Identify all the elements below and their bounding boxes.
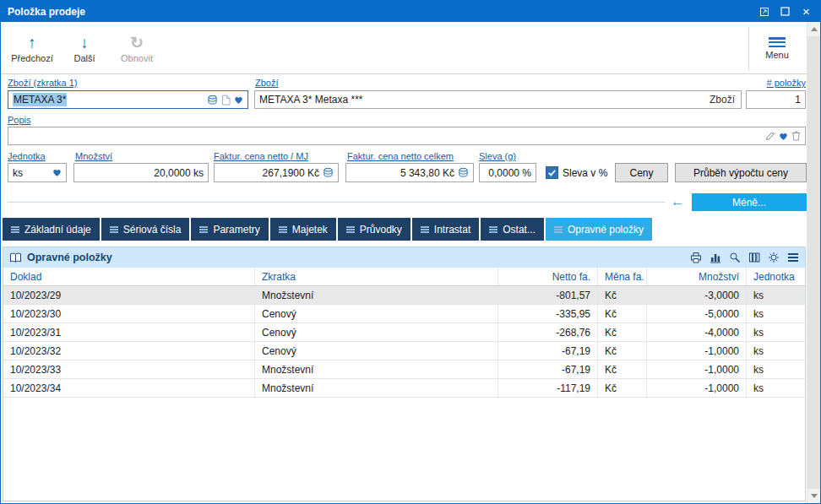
search-icon[interactable]	[729, 252, 741, 263]
close-button[interactable]: ×	[796, 3, 817, 19]
menu-label: Menu	[765, 50, 789, 60]
next-label: Další	[73, 53, 95, 63]
discount-percent-checkbox[interactable]	[546, 166, 558, 179]
close-icon: ×	[802, 5, 810, 18]
opravne-polozky-panel: Opravné položky	[3, 247, 806, 501]
scroll-up-icon[interactable]	[811, 27, 818, 31]
cell-netto: -67,19	[498, 342, 598, 360]
cell-zkratka: Cenový	[255, 342, 498, 360]
tab-majetek[interactable]: Majetek	[270, 218, 336, 241]
tab-label: Sériová čísla	[123, 224, 182, 236]
tab-parametry[interactable]: Parametry	[191, 218, 268, 241]
next-button[interactable]: ↓ Další	[58, 25, 111, 72]
maximize-button[interactable]	[775, 3, 796, 19]
pencil-icon[interactable]	[765, 131, 775, 141]
favorites-icon[interactable]	[234, 95, 243, 105]
coins-icon[interactable]	[323, 167, 334, 178]
cell-doklad: 10/2023/32	[3, 342, 255, 360]
price-calculation-button[interactable]: Průběh výpočtu ceny	[675, 163, 807, 182]
dropdown-icon[interactable]	[52, 168, 62, 177]
cell-mnozstvi: -5,0000	[647, 305, 747, 322]
item-code-value: METAXA 3*	[13, 93, 67, 106]
list-icon	[489, 226, 497, 233]
menu-button[interactable]: Menu	[751, 25, 803, 72]
panel-toolbar	[690, 252, 799, 263]
item-code-field[interactable]: METAXA 3*	[8, 90, 248, 109]
tab-seriova-cisla[interactable]: Sériová čísla	[101, 218, 190, 241]
menu-icon	[769, 37, 786, 48]
cell-jednotka: ks	[747, 342, 805, 360]
chart-icon[interactable]	[710, 252, 721, 263]
total-price-field[interactable]: 5 343,80 Kč	[345, 163, 474, 182]
discount-field[interactable]: 0,0000 %	[479, 163, 536, 182]
scroll-down-icon[interactable]	[811, 494, 818, 498]
panel-header: Opravné položky	[3, 247, 805, 268]
float-window-icon	[759, 7, 769, 17]
trash-icon[interactable]	[791, 131, 801, 141]
column-header-mnozstvi[interactable]: Množství	[647, 268, 747, 285]
table-row[interactable]: 10/2023/34 Množstevní -117,19 Kč -1,0000…	[3, 379, 805, 398]
tab-ostatni[interactable]: Ostat...	[481, 218, 544, 241]
description-field[interactable]	[8, 127, 806, 145]
list-icon	[554, 226, 563, 233]
table-row[interactable]: 10/2023/30 Cenový -335,95 Kč -5,0000 ks	[3, 305, 805, 323]
columns-icon[interactable]	[748, 252, 760, 263]
column-header-doklad[interactable]: Doklad	[3, 268, 255, 285]
tab-pruvodky[interactable]: Průvodky	[338, 218, 410, 241]
scrollbar-thumb[interactable]	[807, 36, 820, 489]
table-row[interactable]: 10/2023/29 Množstevní -801,57 Kč -3,0000…	[3, 286, 805, 305]
document-icon[interactable]	[221, 95, 231, 106]
float-window-button[interactable]	[753, 3, 775, 19]
cell-jednotka: ks	[747, 379, 805, 397]
table-row[interactable]: 10/2023/33 Množstevní -67,19 Kč -1,0000 …	[3, 360, 805, 379]
item-value: METAXA 3* Metaxa ***	[259, 94, 363, 106]
item-count-field[interactable]: 1	[746, 90, 806, 109]
cell-mena: Kč	[598, 286, 647, 304]
item-label: Zboží	[255, 78, 279, 88]
less-button[interactable]: Méně...	[692, 193, 807, 211]
tab-zakladni-udaje[interactable]: Základní údaje	[3, 218, 100, 241]
previous-button[interactable]: ↑ Předchozí	[6, 25, 58, 72]
coins-icon[interactable]	[458, 167, 469, 178]
cell-mnozstvi: -3,0000	[647, 286, 747, 304]
cell-doklad: 10/2023/33	[3, 360, 255, 378]
cell-mena: Kč	[598, 342, 647, 360]
toolbar: ↑ Předchozí ↓ Další ↻ Obnovit Menu	[1, 22, 807, 74]
check-icon	[547, 168, 557, 177]
table-row[interactable]: 10/2023/32 Cenový -67,19 Kč -1,0000 ks	[3, 342, 805, 360]
arrow-up-icon: ↑	[28, 35, 36, 51]
collapse-arrow-icon[interactable]: ←	[671, 194, 684, 209]
unit-price-field[interactable]: 267,1900 Kč	[214, 163, 339, 182]
settings-gear-icon[interactable]	[768, 252, 780, 263]
column-header-zkratka[interactable]: Zkratka	[255, 268, 498, 285]
table-row[interactable]: 10/2023/31 Cenový -268,76 Kč -4,0000 ks	[3, 323, 805, 342]
cell-jednotka: ks	[747, 305, 805, 322]
vertical-scrollbar[interactable]	[807, 22, 820, 503]
item-field[interactable]: METAXA 3* Metaxa *** Zboží	[254, 90, 742, 109]
cell-jednotka: ks	[747, 323, 805, 341]
refresh-icon: ↻	[130, 35, 144, 51]
column-header-netto-fa[interactable]: Netto fa.	[498, 268, 598, 285]
cell-zkratka: Množstevní	[255, 379, 498, 397]
column-header-jednotka[interactable]: Jednotka	[747, 268, 805, 285]
divider	[8, 202, 665, 203]
item-inline-button[interactable]: Zboží	[710, 94, 737, 106]
prices-button[interactable]: Ceny	[615, 163, 668, 182]
favorites-icon[interactable]	[779, 132, 788, 141]
cell-zkratka: Cenový	[255, 305, 498, 322]
column-header-mena-fa[interactable]: Měna fa.	[598, 268, 647, 285]
tab-intrastat[interactable]: Intrastat	[412, 218, 479, 241]
panel-menu-icon[interactable]	[787, 252, 799, 263]
refresh-button[interactable]: ↻ Obnovit	[111, 25, 163, 72]
print-icon[interactable]	[690, 252, 702, 263]
discount-value: 0,0000 %	[488, 167, 531, 179]
tab-opravne-polozky[interactable]: Opravné položky	[546, 218, 652, 241]
tab-label: Intrastat	[434, 224, 470, 236]
quantity-field[interactable]: 20,0000 ks	[73, 163, 209, 182]
coins-icon[interactable]	[207, 95, 218, 106]
cell-doklad: 10/2023/30	[3, 305, 255, 322]
tab-label: Opravné položky	[568, 224, 644, 236]
unit-combo[interactable]: ks	[8, 163, 67, 182]
unit-label: Jednotka	[8, 151, 46, 161]
cell-netto: -801,57	[498, 286, 598, 304]
